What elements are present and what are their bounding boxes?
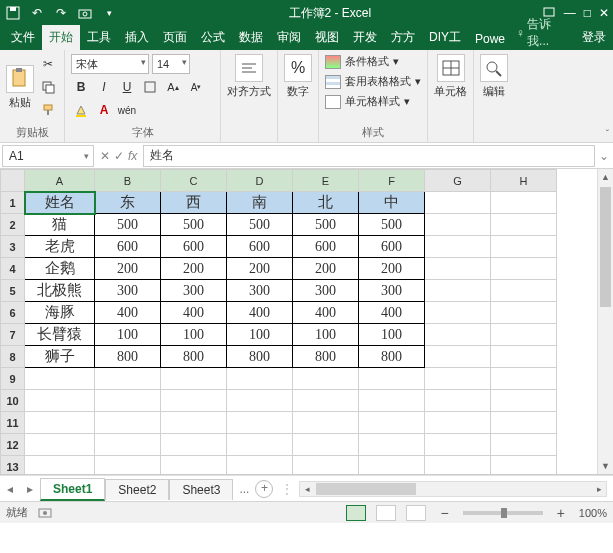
decrease-font-icon[interactable]: A▾ — [186, 77, 206, 97]
cell-empty[interactable] — [161, 390, 227, 412]
alignment-button[interactable]: 对齐方式 — [227, 54, 271, 99]
cell-empty[interactable] — [425, 346, 491, 368]
cell-data-4-4[interactable]: 400 — [359, 302, 425, 324]
cell-empty[interactable] — [25, 434, 95, 456]
cell-empty[interactable] — [491, 412, 557, 434]
tab-insert[interactable]: 插入 — [118, 25, 156, 50]
cell-empty[interactable] — [425, 456, 491, 476]
scroll-up-icon[interactable]: ▲ — [598, 169, 613, 185]
cell-data-6-1[interactable]: 800 — [161, 346, 227, 368]
view-normal-button[interactable] — [346, 505, 366, 521]
tab-scroll-left-icon[interactable]: ◂ — [0, 482, 20, 496]
row-header-1[interactable]: 1 — [1, 192, 25, 214]
col-header-B[interactable]: B — [95, 170, 161, 192]
zoom-slider-thumb[interactable] — [501, 508, 507, 518]
cell-empty[interactable] — [425, 302, 491, 324]
table-format-button[interactable]: 套用表格格式 ▾ — [325, 74, 421, 89]
fill-color-button[interactable] — [71, 100, 91, 120]
cell-empty[interactable] — [95, 368, 161, 390]
collapse-ribbon-icon[interactable]: ˇ — [606, 129, 609, 140]
cell-empty[interactable] — [425, 390, 491, 412]
cell-empty[interactable] — [293, 456, 359, 476]
cell-name-6[interactable]: 狮子 — [25, 346, 95, 368]
cell-empty[interactable] — [425, 192, 491, 214]
cell-empty[interactable] — [95, 412, 161, 434]
hscroll-thumb[interactable] — [316, 483, 416, 495]
cell-empty[interactable] — [491, 258, 557, 280]
enter-formula-icon[interactable]: ✓ — [114, 149, 124, 163]
row-header-7[interactable]: 7 — [1, 324, 25, 346]
cell-data-2-0[interactable]: 200 — [95, 258, 161, 280]
cell-header-1[interactable]: 东 — [95, 192, 161, 214]
cell-empty[interactable] — [95, 434, 161, 456]
tab-file[interactable]: 文件 — [4, 25, 42, 50]
cell-data-4-2[interactable]: 400 — [227, 302, 293, 324]
macro-record-icon[interactable] — [38, 507, 52, 519]
cell-empty[interactable] — [491, 434, 557, 456]
qat-dropdown-icon[interactable]: ▾ — [100, 4, 118, 22]
hscroll-right-icon[interactable]: ▸ — [592, 484, 606, 494]
tab-formulas[interactable]: 公式 — [194, 25, 232, 50]
row-header-10[interactable]: 10 — [1, 390, 25, 412]
row-header-4[interactable]: 4 — [1, 258, 25, 280]
cell-empty[interactable] — [227, 368, 293, 390]
cell-empty[interactable] — [359, 456, 425, 476]
cell-empty[interactable] — [491, 368, 557, 390]
tab-scroll-right-icon[interactable]: ▸ — [20, 482, 40, 496]
underline-button[interactable]: U — [117, 77, 137, 97]
redo-icon[interactable]: ↷ — [52, 4, 70, 22]
cell-data-1-3[interactable]: 600 — [293, 236, 359, 258]
scroll-down-icon[interactable]: ▼ — [598, 458, 613, 474]
cell-name-2[interactable]: 企鹅 — [25, 258, 95, 280]
sheet-tab-2[interactable]: Sheet2 — [105, 479, 169, 500]
cell-empty[interactable] — [491, 346, 557, 368]
cell-data-2-3[interactable]: 200 — [293, 258, 359, 280]
vertical-scrollbar[interactable]: ▲ ▼ — [597, 169, 613, 474]
cell-empty[interactable] — [161, 412, 227, 434]
tab-fangfang[interactable]: 方方 — [384, 25, 422, 50]
cell-empty[interactable] — [293, 390, 359, 412]
cell-empty[interactable] — [293, 434, 359, 456]
cell-empty[interactable] — [161, 434, 227, 456]
cell-data-4-1[interactable]: 400 — [161, 302, 227, 324]
horizontal-scrollbar[interactable]: ◂ ↖ ▸ — [299, 481, 607, 497]
tab-review[interactable]: 审阅 — [270, 25, 308, 50]
hscroll-left-icon[interactable]: ◂ — [300, 484, 314, 494]
cell-data-3-2[interactable]: 300 — [227, 280, 293, 302]
tab-power[interactable]: Powe — [468, 28, 512, 50]
login-link[interactable]: 登录 — [575, 25, 613, 50]
cell-empty[interactable] — [227, 412, 293, 434]
cell-empty[interactable] — [227, 434, 293, 456]
font-name-combo[interactable]: 宋体 — [71, 54, 149, 74]
camera-icon[interactable] — [76, 4, 94, 22]
cell-header-2[interactable]: 西 — [161, 192, 227, 214]
cell-header-4[interactable]: 北 — [293, 192, 359, 214]
col-header-H[interactable]: H — [491, 170, 557, 192]
sheet-tab-3[interactable]: Sheet3 — [169, 479, 233, 500]
cell-data-5-1[interactable]: 100 — [161, 324, 227, 346]
view-page-break-button[interactable] — [406, 505, 426, 521]
tell-me[interactable]: ♀告诉我... — [512, 16, 575, 50]
editing-button[interactable]: 编辑 — [480, 54, 508, 99]
cell-empty[interactable] — [425, 280, 491, 302]
tab-developer[interactable]: 开发 — [346, 25, 384, 50]
cell-empty[interactable] — [95, 390, 161, 412]
cell-empty[interactable] — [359, 390, 425, 412]
tab-home[interactable]: 开始 — [42, 25, 80, 50]
copy-icon[interactable] — [38, 77, 58, 97]
cell-data-2-1[interactable]: 200 — [161, 258, 227, 280]
worksheet-grid[interactable]: ABCDEFGH1姓名东西南北中2猫5005005005005003老虎6006… — [0, 169, 613, 475]
sheet-tab-more[interactable]: ... — [239, 482, 249, 496]
scroll-thumb[interactable] — [600, 187, 611, 307]
cell-data-1-1[interactable]: 600 — [161, 236, 227, 258]
undo-icon[interactable]: ↶ — [28, 4, 46, 22]
row-header-2[interactable]: 2 — [1, 214, 25, 236]
cell-data-1-2[interactable]: 600 — [227, 236, 293, 258]
cell-header-3[interactable]: 南 — [227, 192, 293, 214]
cell-data-6-2[interactable]: 800 — [227, 346, 293, 368]
row-header-5[interactable]: 5 — [1, 280, 25, 302]
cell-data-0-3[interactable]: 500 — [293, 214, 359, 236]
save-icon[interactable] — [4, 4, 22, 22]
cell-data-5-0[interactable]: 100 — [95, 324, 161, 346]
cell-data-6-0[interactable]: 800 — [95, 346, 161, 368]
